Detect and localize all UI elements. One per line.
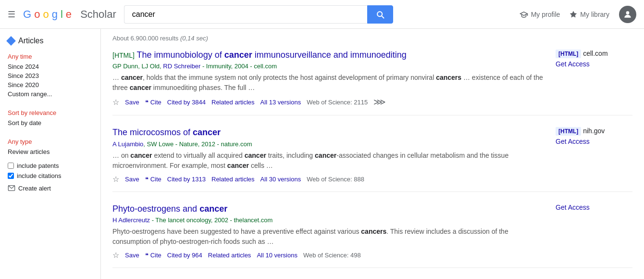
include-citations-checkbox[interactable] [8, 173, 14, 179]
logo[interactable]: Google Scholar [23, 8, 116, 21]
sidebar-item-since-2024[interactable]: Since 2024 [8, 62, 93, 71]
svg-marker-0 [570, 11, 577, 17]
result-snippet-2: … on cancer extend to virtually all acqu… [112, 151, 544, 171]
result-title-2[interactable]: The microcosmos of cancer [112, 127, 544, 138]
related-articles-link-2[interactable]: Related articles [211, 176, 255, 183]
logo-letter-l: l [61, 8, 63, 21]
result-actions-2: ☆ Save ❝ Cite Cited by 1313 Related arti… [112, 175, 544, 184]
result-actions-1: ☆ Save ❝ Cite Cited by 3844 Related arti… [112, 97, 544, 107]
avatar[interactable] [619, 6, 636, 23]
envelope-icon [8, 184, 15, 192]
result-main-1: [HTML] The immunobiology of cancer immun… [112, 50, 544, 107]
sidebar-articles-header: Articles [8, 37, 93, 45]
more-options-icon-1[interactable]: ⋙ [373, 97, 386, 107]
search-input[interactable] [124, 5, 367, 24]
logo-scholar-text: Scholar [80, 8, 116, 21]
cited-by-link-2[interactable]: Cited by 1313 [167, 176, 206, 183]
result-title-1[interactable]: [HTML] The immunobiology of cancer immun… [112, 50, 544, 61]
result-main-3: Phyto-oestrogens and cancer H Adlercreut… [112, 203, 544, 260]
include-citations-checkbox-row[interactable]: include citations [8, 172, 93, 179]
sidebar: Articles Any time Since 2024 Since 2023 … [0, 29, 101, 279]
cite-link-3[interactable]: ❝ Cite [145, 252, 161, 259]
result-card-2: The microcosmos of cancer A Lujambio, SW… [112, 127, 632, 191]
logo-letter-g2: g [52, 8, 58, 21]
include-patents-label: include patents [17, 162, 59, 169]
get-access-link-2[interactable]: Get Access [556, 138, 632, 145]
save-star-icon-3[interactable]: ☆ [112, 251, 119, 260]
result-meta-2: A Lujambio, SW Lowe - Nature, 2012 - nat… [112, 140, 544, 148]
sort-section-label[interactable]: Sort by relevance [8, 109, 93, 116]
access-badge-1: [HTML] [556, 50, 581, 58]
include-citations-label: include citations [17, 172, 62, 179]
create-alert-row[interactable]: Create alert [8, 184, 93, 192]
logo-letter-g: G [23, 8, 31, 21]
graduation-cap-icon [520, 10, 528, 19]
articles-label: Articles [18, 37, 43, 45]
sidebar-item-custom-range[interactable]: Custom range... [8, 89, 93, 99]
my-library-link[interactable]: My library [570, 11, 609, 18]
sidebar-item-sort-date[interactable]: Sort by date [8, 118, 93, 127]
time-section-label[interactable]: Any time [8, 53, 93, 60]
result-title-3[interactable]: Phyto-oestrogens and cancer [112, 203, 544, 215]
my-profile-link[interactable]: My profile [520, 10, 560, 19]
result-access-3: Get Access [556, 203, 632, 260]
create-alert-label: Create alert [18, 185, 51, 192]
related-articles-link-1[interactable]: Related articles [211, 99, 255, 106]
my-library-label: My library [580, 11, 609, 18]
cite-link-2[interactable]: ❝ Cite [145, 176, 161, 183]
star-icon [570, 11, 577, 18]
search-form [124, 5, 393, 24]
result-snippet-3: Phyto-oestrogens have been suggested to … [112, 227, 544, 247]
sidebar-item-since-2023[interactable]: Since 2023 [8, 71, 93, 80]
result-main-2: The microcosmos of cancer A Lujambio, SW… [112, 127, 544, 183]
result-badge-1: [HTML] [112, 51, 135, 59]
articles-diamond-icon [6, 36, 16, 46]
result-author-link-3[interactable]: H Adlercreutz [112, 216, 150, 224]
cited-by-link-1[interactable]: Cited by 3844 [167, 99, 206, 106]
web-of-science-link-3[interactable]: Web of Science: 498 [303, 252, 361, 259]
results-count: About 6.900.000 results (0,14 sec) [112, 35, 632, 42]
svg-point-1 [626, 11, 630, 14]
logo-letter-o1: o [34, 8, 40, 21]
type-section-label[interactable]: Any type [8, 138, 93, 145]
sidebar-item-since-2020[interactable]: Since 2020 [8, 80, 93, 89]
save-link-2[interactable]: Save [125, 176, 139, 183]
versions-link-1[interactable]: All 13 versions [260, 99, 301, 106]
result-actions-3: ☆ Save ❝ Cite Cited by 964 Related artic… [112, 251, 544, 260]
save-star-icon-1[interactable]: ☆ [112, 98, 119, 107]
hamburger-menu-icon[interactable]: ☰ [8, 9, 15, 20]
web-of-science-link-1[interactable]: Web of Science: 2115 [307, 99, 368, 106]
include-patents-checkbox-row[interactable]: include patents [8, 162, 93, 169]
versions-link-2[interactable]: All 30 versions [260, 176, 301, 183]
cited-by-link-3[interactable]: Cited by 964 [167, 252, 202, 259]
search-button[interactable] [367, 5, 393, 24]
result-card: [HTML] The immunobiology of cancer immun… [112, 50, 632, 115]
include-patents-checkbox[interactable] [8, 163, 14, 169]
result-meta-1: GP Dunn, LJ Old, RD Schreiber - Immunity… [112, 63, 544, 70]
cite-link-1[interactable]: ❝ Cite [145, 99, 161, 106]
cite-icon-2: ❝ [145, 176, 149, 183]
sidebar-item-review-articles[interactable]: Review articles [8, 147, 93, 156]
content-area: About 6.900.000 results (0,14 sec) [HTML… [101, 29, 644, 279]
save-link-1[interactable]: Save [125, 99, 139, 106]
get-access-link-1[interactable]: Get Access [556, 60, 632, 68]
result-access-2: [HTML] nih.gov Get Access [556, 127, 632, 183]
web-of-science-link-2[interactable]: Web of Science: 888 [307, 176, 364, 183]
result-meta-3: H Adlercreutz - The lancet oncology, 200… [112, 216, 544, 224]
topbar: ☰ Google Scholar My profile My library [0, 0, 644, 29]
versions-link-3[interactable]: All 10 versions [257, 252, 297, 259]
main-layout: Articles Any time Since 2024 Since 2023 … [0, 29, 644, 279]
access-source-2: nih.gov [583, 127, 605, 135]
access-badge-2: [HTML] [556, 127, 581, 136]
result-author-link-2[interactable]: A Lujambio [112, 140, 143, 148]
save-link-3[interactable]: Save [125, 252, 139, 259]
access-source-1: cell.com [583, 50, 607, 57]
result-author-link-1[interactable]: RD Schreiber [163, 63, 200, 70]
get-access-link-3[interactable]: Get Access [556, 203, 632, 211]
cite-icon-3: ❝ [145, 252, 149, 259]
save-star-icon-2[interactable]: ☆ [112, 175, 119, 184]
result-card-3: Phyto-oestrogens and cancer H Adlercreut… [112, 203, 632, 268]
topbar-right: My profile My library [520, 6, 636, 23]
related-articles-link-3[interactable]: Related articles [208, 252, 251, 259]
result-access-1: [HTML] cell.com Get Access [556, 50, 632, 107]
